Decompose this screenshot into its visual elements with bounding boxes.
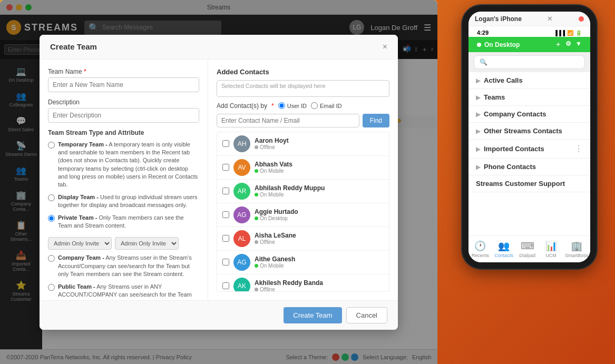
contact-row-5: AG Aithe Ganesh On Mobile bbox=[217, 251, 389, 274]
status-dot-3 bbox=[255, 217, 258, 220]
contact-name-0: Aaron Hoyt bbox=[255, 137, 384, 144]
contact-checkbox-0[interactable] bbox=[222, 140, 229, 147]
contact-status-4: Offline bbox=[255, 239, 384, 245]
radio-company-input[interactable] bbox=[48, 255, 55, 262]
iphone-search bbox=[468, 52, 590, 72]
contact-name-6: Akhilesh Reddy Banda bbox=[255, 279, 384, 287]
modal-footer: Create Team Cancel bbox=[40, 300, 398, 330]
invite-select-1[interactable]: Admin Only Invite bbox=[48, 237, 112, 250]
stream-type-label: Team Stream Type and Attribute bbox=[48, 129, 199, 136]
battery-icon: 🔋 bbox=[575, 30, 582, 36]
contact-status-2: On Mobile bbox=[255, 192, 384, 198]
find-button[interactable]: Find bbox=[363, 114, 389, 127]
contact-info-0: Aaron Hoyt Offline bbox=[255, 137, 384, 150]
radio-temporary-input[interactable] bbox=[48, 142, 55, 149]
contact-row-4: AL Aisha LeSane Offline bbox=[217, 227, 389, 251]
add-by-label: Add Contact(s) by bbox=[217, 102, 267, 110]
iphone-nav-ucm[interactable]: 📊 UCM bbox=[539, 236, 563, 262]
contact-avatar-4: AL bbox=[233, 230, 250, 247]
contact-info-6: Akhilesh Reddy Banda Offline bbox=[255, 279, 384, 292]
section-label-phone: Phone Contacts bbox=[484, 163, 583, 171]
iphone-section-phone[interactable]: ▶ Phone Contacts bbox=[468, 159, 590, 175]
create-team-modal: Create Team × Team Name * Description bbox=[40, 35, 398, 330]
iphone-nav-recents[interactable]: 🕐 Recents bbox=[468, 236, 492, 262]
nav-label-contacts: Contacts bbox=[494, 253, 513, 258]
modal-left-panel: Team Name * Description Team Stream Type… bbox=[40, 60, 208, 300]
iphone-status-bar: 4:29 ▐▐▐ 📶 🔋 bbox=[468, 26, 590, 37]
settings-dots-icon[interactable]: ⚙ bbox=[565, 40, 571, 49]
radio-private-label: Private Team - Only Team members can see… bbox=[58, 214, 199, 230]
contact-info-1: Abhash Vats On Mobile bbox=[255, 161, 384, 174]
iphone-search-input[interactable] bbox=[474, 55, 585, 69]
radio-user-id: User ID bbox=[278, 102, 307, 109]
section-chevron-3: ▶ bbox=[476, 127, 481, 135]
status-dot-0 bbox=[255, 145, 258, 149]
iphone-sections: ▶ Active Calls ▶ Teams ▶ Company Contact… bbox=[468, 72, 590, 235]
cancel-button[interactable]: Cancel bbox=[346, 307, 387, 323]
iphone-title-bar: Logan's iPhone ✕ bbox=[468, 12, 590, 26]
radio-private-input[interactable] bbox=[48, 215, 55, 222]
contact-info-3: Aggie Hurtado On Desktop bbox=[255, 208, 384, 221]
contact-checkbox-4[interactable] bbox=[222, 235, 229, 242]
contact-name-3: Aggie Hurtado bbox=[255, 208, 384, 215]
iphone-nav-smartboss[interactable]: 🏢 SmartBoss bbox=[563, 236, 590, 262]
radio-public-input[interactable] bbox=[48, 284, 55, 291]
recents-icon: 🕐 bbox=[474, 240, 486, 252]
team-type-radio-group: Temporary Team - A temporary team is onl… bbox=[48, 141, 199, 300]
iphone-section-streams-support[interactable]: Streams Customer Support bbox=[468, 175, 590, 192]
iphone-section-active-calls[interactable]: ▶ Active Calls bbox=[468, 72, 590, 89]
contact-search-input[interactable] bbox=[217, 114, 359, 127]
contact-checkbox-3[interactable] bbox=[222, 211, 229, 218]
contact-name-5: Aithe Ganesh bbox=[255, 255, 384, 263]
add-by-row: Add Contact(s) by * User ID Email ID bbox=[217, 102, 389, 110]
description-group: Description bbox=[48, 99, 199, 123]
section-label-imported: Imported Contacts bbox=[484, 145, 572, 153]
iphone-nav-contacts[interactable]: 👥 Contacts bbox=[492, 236, 516, 262]
iphone-section-other-streams[interactable]: ▶ Other Streams Contacts bbox=[468, 123, 590, 140]
modal-header: Create Team × bbox=[40, 35, 398, 60]
iphone-title-close[interactable]: ✕ bbox=[547, 15, 553, 23]
section-chevron-4: ▶ bbox=[476, 145, 481, 153]
radio-email-id-input[interactable] bbox=[311, 102, 318, 109]
contact-info-2: Abhilash Reddy Muppu On Mobile bbox=[255, 184, 384, 198]
iphone-section-teams[interactable]: ▶ Teams bbox=[468, 89, 590, 106]
contact-checkbox-1[interactable] bbox=[222, 164, 229, 171]
chevron-down-icon[interactable]: ▼ bbox=[575, 40, 582, 49]
smartboss-icon: 🏢 bbox=[571, 240, 582, 252]
contact-status-6: Offline bbox=[255, 287, 384, 292]
three-dots-icon[interactable]: ⋮ bbox=[574, 144, 583, 154]
add-contact-icon[interactable]: ＋ bbox=[555, 40, 561, 49]
iphone-section-imported[interactable]: ▶ Imported Contacts ⋮ bbox=[468, 140, 590, 159]
iphone-mockup: Logan's iPhone ✕ 4:29 ▐▐▐ 📶 🔋 On Desktop… bbox=[462, 5, 604, 345]
radio-public-label: Public Team - Any Streams user in ANY AC… bbox=[58, 283, 199, 300]
contact-info-4: Aisha LeSane Offline bbox=[255, 232, 384, 245]
wifi-icon: 📶 bbox=[567, 30, 573, 36]
radio-company-label: Company Team - Any Streams user in the S… bbox=[58, 254, 199, 278]
description-input[interactable] bbox=[48, 108, 199, 123]
section-chevron-1: ▶ bbox=[476, 94, 481, 101]
radio-display-input[interactable] bbox=[48, 194, 55, 201]
contact-checkbox-2[interactable] bbox=[222, 188, 229, 194]
contact-name-1: Abhash Vats bbox=[255, 161, 384, 168]
contact-checkbox-6[interactable] bbox=[222, 282, 229, 289]
contact-row-6: AK Akhilesh Reddy Banda Offline bbox=[217, 274, 389, 292]
contact-checkbox-5[interactable] bbox=[222, 259, 229, 265]
contact-avatar-5: AG bbox=[233, 254, 250, 271]
radio-temporary: Temporary Team - A temporary team is onl… bbox=[48, 141, 199, 189]
team-name-input[interactable] bbox=[48, 77, 199, 92]
section-chevron-0: ▶ bbox=[476, 77, 481, 84]
iphone-section-company[interactable]: ▶ Company Contacts bbox=[468, 106, 590, 123]
nav-label-ucm: UCM bbox=[545, 253, 557, 258]
find-row: Find bbox=[217, 114, 389, 127]
contact-avatar-6: AK bbox=[233, 278, 250, 292]
radio-company: Company Team - Any Streams user in the S… bbox=[48, 254, 199, 278]
create-team-button[interactable]: Create Team bbox=[284, 307, 341, 323]
status-dot-5 bbox=[255, 264, 258, 268]
nav-label-smartboss: SmartBoss bbox=[565, 253, 588, 258]
iphone-nav-dialpad[interactable]: ⌨ Dialpad bbox=[516, 236, 540, 262]
team-name-label: Team Name * bbox=[48, 68, 199, 75]
invite-select-2[interactable]: Admin Only Invite bbox=[115, 237, 179, 250]
section-label-teams: Teams bbox=[484, 93, 583, 101]
radio-user-id-input[interactable] bbox=[278, 102, 285, 109]
modal-close-button[interactable]: × bbox=[383, 42, 387, 52]
